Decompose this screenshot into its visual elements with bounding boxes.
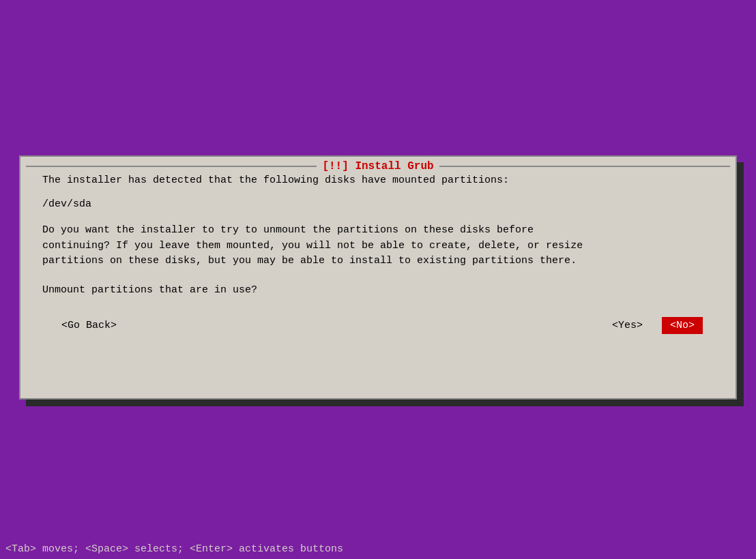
button-right-group: <Yes> <No> xyxy=(604,317,703,334)
dialog-content: The installer has detected that the foll… xyxy=(20,157,736,348)
title-line-right xyxy=(439,166,730,167)
yes-button[interactable]: <Yes> xyxy=(604,317,651,334)
unmount-question: Unmount partitions that are in use? xyxy=(42,283,714,299)
dialog-title: [!!] Install Grub xyxy=(322,160,433,172)
status-bar: <Tab> moves; <Space> selects; <Enter> ac… xyxy=(0,539,756,559)
title-line-left xyxy=(26,166,317,167)
description-text: Do you want the installer to try to unmo… xyxy=(42,223,714,269)
go-back-button[interactable]: <Go Back> xyxy=(53,317,125,334)
no-button[interactable]: <No> xyxy=(662,317,703,334)
device-text: /dev/sda xyxy=(42,197,714,213)
terminal-background: [!!] Install Grub The installer has dete… xyxy=(0,0,756,559)
dialog-box: [!!] Install Grub The installer has dete… xyxy=(19,155,737,399)
button-row: <Go Back> <Yes> <No> xyxy=(42,317,714,334)
dialog-title-bar: [!!] Install Grub xyxy=(20,156,736,177)
